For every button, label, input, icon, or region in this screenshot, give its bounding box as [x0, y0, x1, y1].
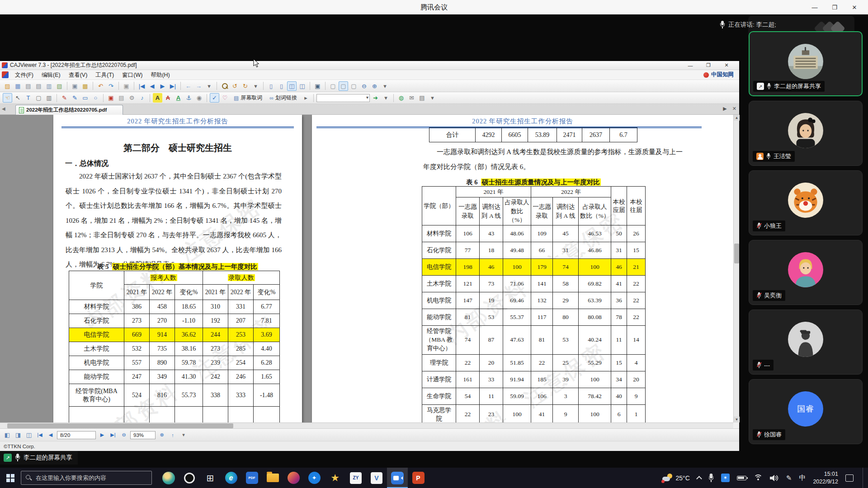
mail-icon[interactable]: ✉ — [407, 93, 416, 103]
zy-app-taskbar-icon[interactable]: ZY — [345, 468, 366, 488]
participant-tile[interactable]: 国睿徐国睿 — [749, 379, 863, 444]
toolbar-more-icon[interactable]: ▾ — [428, 93, 437, 103]
print-preview-icon[interactable]: ▥ — [44, 81, 54, 91]
paste-icon[interactable]: ▩ — [80, 81, 90, 91]
print-setup-icon[interactable]: ▤ — [34, 81, 43, 91]
caj-close-icon[interactable]: ✕ — [717, 61, 736, 70]
pen-icon[interactable]: ✎ — [786, 474, 792, 482]
snapshot-icon[interactable]: ▥ — [44, 93, 54, 103]
continuous-icon[interactable]: ▯ — [277, 81, 286, 91]
zoom-more-icon[interactable]: ▾ — [380, 81, 390, 91]
vertical-scrollbar[interactable]: ▲ ▼ — [733, 115, 739, 422]
tencent-meeting-taskbar-icon[interactable] — [387, 468, 408, 488]
participant-tile[interactable]: --- — [749, 310, 863, 375]
last-page-icon[interactable]: ▶| — [108, 431, 118, 440]
full-screen-icon[interactable]: ▣ — [313, 81, 322, 91]
menu-item[interactable]: 工具(T) — [91, 71, 118, 79]
zoom-out-icon[interactable]: ⊖ — [119, 431, 128, 440]
edge-browser-taskbar-icon[interactable]: e — [221, 468, 241, 488]
start-button[interactable] — [0, 468, 21, 488]
tab-close-icon[interactable]: ✕ — [732, 106, 736, 112]
search-combo-input[interactable] — [316, 94, 370, 102]
forward-icon[interactable]: → — [194, 81, 203, 91]
rotate-right-icon[interactable]: ↻ — [241, 81, 250, 91]
redo-icon[interactable]: ↷ — [106, 81, 116, 91]
help-doc-icon[interactable]: ▤ — [417, 93, 427, 103]
next-page-icon[interactable]: ▶ — [158, 81, 167, 91]
menu-item[interactable]: 帮助(H) — [146, 71, 174, 79]
pdf-reader-taskbar-icon[interactable]: PDF — [241, 468, 262, 488]
fit-page-icon[interactable]: ▢ — [328, 81, 338, 91]
insert-page-icon[interactable]: ▣ — [122, 81, 131, 91]
rotate-left-icon[interactable]: ↺ — [230, 81, 240, 91]
zoom-out-icon[interactable]: ⊖ — [359, 81, 369, 91]
area-select-icon[interactable]: ▢ — [34, 93, 43, 103]
status-more-icon[interactable]: ▾ — [179, 431, 188, 440]
zoom-in-icon[interactable]: ⊕ — [157, 431, 166, 440]
favorites-star-app-taskbar-icon[interactable]: ★ — [325, 468, 345, 488]
prev-page-icon[interactable]: ◀ — [147, 81, 157, 91]
photos-bird-app-taskbar-icon[interactable] — [158, 468, 179, 488]
continuous-facing-icon[interactable]: ◫ — [297, 81, 307, 91]
horizontal-scroll-thumb[interactable] — [7, 423, 233, 428]
tray-expand-icon[interactable] — [696, 476, 702, 482]
wifi-icon[interactable] — [754, 474, 763, 482]
weather-widget[interactable]: 25°C — [662, 474, 690, 483]
underline-text-icon[interactable]: A — [174, 93, 183, 103]
image-save-icon[interactable]: ▤ — [117, 93, 126, 103]
stamp-icon[interactable]: ◉ — [194, 93, 204, 103]
voov-app-taskbar-icon[interactable]: V — [366, 468, 387, 488]
participant-tile[interactable]: 小狼王 — [749, 170, 863, 235]
settings-gear-icon[interactable]: ⚙ — [127, 93, 137, 103]
pdf-viewport[interactable]: 2022 年研究生招生工作分析报告 内部资料 注意保密 内部资料 注意保密 第二… — [0, 115, 733, 422]
anchor-annotation-icon[interactable]: ⚓ — [184, 93, 193, 103]
document-tab[interactable]: 2022年招生工作总结20220705.pdf — [15, 105, 123, 115]
tab-scroll-left-icon[interactable]: ◀ — [2, 106, 5, 111]
show-desktop-button[interactable] — [863, 468, 865, 488]
actual-size-icon[interactable]: ▢ — [349, 81, 359, 91]
nav-more-icon[interactable]: ▾ — [204, 81, 214, 91]
pdf-convert-icon[interactable]: ▣ — [106, 93, 116, 103]
ellipse-annotation-icon[interactable]: ○ — [91, 93, 100, 103]
first-page-icon[interactable]: |◀ — [137, 81, 146, 91]
tray-star-icon[interactable]: ✶ — [721, 474, 730, 482]
fit-width-icon[interactable]: ▢ — [339, 81, 348, 91]
rect-annotation-icon[interactable]: ▭ — [80, 93, 90, 103]
cnki-brand[interactable]: 中国知网 — [703, 71, 734, 79]
note-toggle-icon[interactable]: ✓ — [210, 93, 219, 103]
select-tool-icon[interactable]: ↖ — [13, 93, 23, 103]
powerpoint-taskbar-icon[interactable]: P — [408, 468, 429, 488]
prev-page-icon[interactable]: ◀ — [46, 431, 55, 440]
highlight-text-icon[interactable]: A — [153, 93, 162, 103]
next-page-icon[interactable]: ▶ — [98, 431, 107, 440]
go-more-icon[interactable]: ▾ — [381, 93, 391, 103]
close-icon[interactable]: ✕ — [844, 0, 864, 14]
single-page-icon[interactable]: ▯ — [266, 81, 276, 91]
minimize-icon[interactable]: — — [805, 0, 825, 14]
strike-text-icon[interactable]: A — [163, 93, 173, 103]
text-select-icon[interactable]: T — [24, 93, 33, 103]
zoom-in-icon[interactable]: ⊕ — [370, 81, 379, 91]
battery-icon[interactable] — [737, 476, 746, 480]
page-view-icon[interactable]: ◨ — [14, 431, 23, 440]
menu-item[interactable]: 文件(F) — [11, 71, 38, 79]
caj-maximize-icon[interactable]: ❐ — [699, 61, 717, 70]
last-page-icon[interactable]: ▶| — [168, 81, 178, 91]
facing-icon[interactable]: ◫ — [287, 81, 297, 91]
library-icon[interactable]: ▧ — [55, 81, 64, 91]
print-icon[interactable]: ▤ — [24, 81, 33, 91]
file-explorer-taskbar-icon[interactable] — [262, 468, 283, 488]
participant-tile[interactable]: ↗李二超的屏幕共享 — [749, 31, 863, 96]
rotate-more-icon[interactable]: ▾ — [251, 81, 260, 91]
pen-red-icon[interactable]: ✎ — [60, 93, 69, 103]
menu-item[interactable]: 窗口(W) — [118, 71, 146, 79]
find-icon[interactable] — [220, 81, 229, 91]
maximize-icon[interactable]: ❐ — [825, 0, 844, 14]
cajviewer-titlebar[interactable]: CAJViewer 7.3 - [2022年招生工作总结20220705.pdf… — [0, 61, 739, 70]
menu-item[interactable]: 编辑(E) — [38, 71, 65, 79]
go-icon[interactable]: ➜ — [371, 93, 380, 103]
screen-capture-button[interactable]: ▤屏幕取词 — [231, 93, 265, 103]
zoom-indicator[interactable]: 93% — [130, 431, 156, 439]
task-view-taskbar-icon[interactable]: ⊞ — [200, 468, 221, 488]
taskbar-clock[interactable]: 15:01 2022/9/12 — [813, 470, 838, 485]
